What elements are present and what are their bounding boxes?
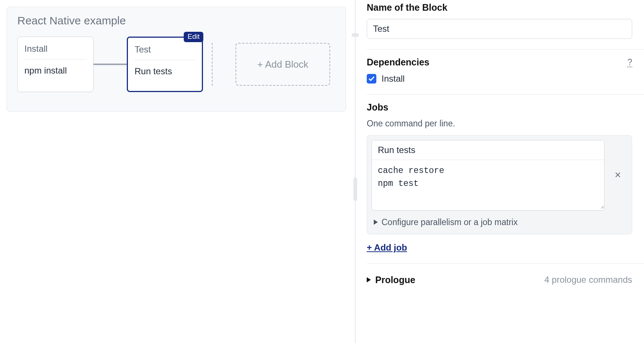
job-fields <box>372 140 604 211</box>
dependencies-label: Dependencies ? <box>367 57 632 68</box>
pipeline-canvas: React Native example Install npm install… <box>0 0 355 343</box>
caret-right-icon <box>367 277 371 282</box>
pipeline-block-test[interactable]: Edit Test Run tests <box>127 37 203 92</box>
job-name-input[interactable] <box>372 140 604 160</box>
block-body: Run tests <box>135 60 195 77</box>
jobs-label-text: Jobs <box>367 102 388 113</box>
caret-right-icon <box>374 220 378 225</box>
pipeline-card: React Native example Install npm install… <box>7 7 346 112</box>
checkbox-checked-icon[interactable] <box>367 74 376 84</box>
dependencies-label-text: Dependencies <box>367 57 430 68</box>
prologue-summary: 4 prologue commands <box>545 275 632 285</box>
remove-job-button[interactable]: ✕ <box>608 140 627 211</box>
block-title: Install <box>24 44 87 60</box>
parallelism-label: Configure parallelism or a job matrix <box>382 217 518 227</box>
prologue-toggle[interactable]: Prologue <box>367 275 415 285</box>
pipeline-row: Install npm install Edit Test Run tests … <box>17 37 335 92</box>
jobs-box: ✕ Configure parallelism or a job matrix <box>367 135 632 234</box>
resize-handle[interactable] <box>353 177 357 201</box>
pipeline-title: React Native example <box>17 14 335 27</box>
job-row: ✕ <box>372 140 627 211</box>
add-block-button[interactable]: + Add Block <box>235 43 330 86</box>
prologue-label: Prologue <box>375 275 415 285</box>
panel-divider[interactable] <box>355 0 356 343</box>
section-dependencies: Dependencies ? Install <box>367 50 644 95</box>
app-root: React Native example Install npm install… <box>0 0 644 343</box>
resize-handle-top[interactable] <box>352 33 359 37</box>
name-label: Name of the Block <box>367 2 632 13</box>
add-job-button[interactable]: + Add job <box>367 242 407 253</box>
help-icon[interactable]: ? <box>627 57 632 67</box>
block-connector <box>94 64 127 65</box>
parallelism-expander[interactable]: Configure parallelism or a job matrix <box>372 211 627 230</box>
block-body: npm install <box>24 60 87 76</box>
job-commands-input[interactable] <box>372 160 604 209</box>
block-settings-panel: Name of the Block Dependencies ? Install… <box>356 0 644 343</box>
section-prologue[interactable]: Prologue 4 prologue commands <box>367 264 644 285</box>
close-icon: ✕ <box>614 170 621 180</box>
section-jobs: Jobs One command per line. ✕ Configure p… <box>367 95 644 264</box>
dependency-item[interactable]: Install <box>367 74 632 84</box>
block-name-input[interactable] <box>367 19 632 39</box>
jobs-label: Jobs <box>367 102 632 113</box>
pipeline-block-install[interactable]: Install npm install <box>17 37 94 92</box>
vertical-dashed-divider <box>212 43 227 86</box>
jobs-subtext: One command per line. <box>367 119 632 129</box>
dependency-label: Install <box>382 74 405 84</box>
section-name: Name of the Block <box>367 0 644 50</box>
edit-badge[interactable]: Edit <box>184 32 203 42</box>
name-label-text: Name of the Block <box>367 2 447 13</box>
block-title: Test <box>135 44 195 60</box>
